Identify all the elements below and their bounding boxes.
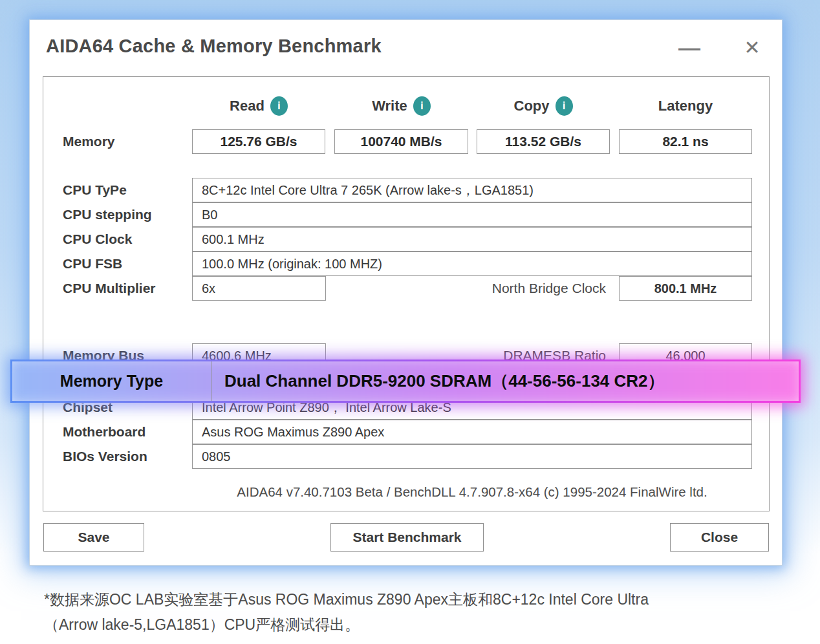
latency-header-label: Latengy <box>658 98 713 114</box>
cpu-type-label: CPU TyPe <box>63 178 127 202</box>
cpu-clock-row: CPU Clock 600.1 MHz <box>43 227 769 252</box>
column-header-row: Read i Write i Copy i Latengy <box>43 94 769 118</box>
write-info-icon[interactable]: i <box>413 96 431 116</box>
cpu-multiplier-label: CPU Multiplier <box>63 276 156 301</box>
cpu-stepping-field: B0 <box>192 202 752 227</box>
minimize-button[interactable]: — <box>675 34 704 60</box>
read-header-label: Read <box>230 98 264 114</box>
column-header-read: Read i <box>192 94 325 118</box>
memory-type-highlight: Memory Type Dual Channel DDR5-9200 SDRAM… <box>10 360 801 403</box>
memory-type-label: Memory Type <box>12 361 211 401</box>
cpu-clock-value: 600.1 MHz <box>202 232 264 247</box>
memory-row-label: Memory <box>63 129 115 154</box>
start-benchmark-button[interactable]: Start Benchmark <box>330 523 484 552</box>
close-icon: ✕ <box>744 36 760 59</box>
cpu-stepping-label: CPU stepping <box>63 202 152 227</box>
memory-latency-text: 82.1 ns <box>662 134 708 149</box>
column-header-copy: Copy i <box>477 94 610 118</box>
column-header-latency: Latengy <box>619 94 752 118</box>
window-title: AIDA64 Cache & Memory Benchmark <box>46 36 382 57</box>
motherboard-value: Asus ROG Maximus Z890 Apex <box>202 425 384 440</box>
memory-results-row: Memory 125.76 GB/s 100740 MB/s 113.52 GB… <box>43 129 769 154</box>
save-button[interactable]: Save <box>43 523 144 552</box>
motherboard-row: Motherboard Asus ROG Maximus Z890 Apex <box>43 420 769 444</box>
cpu-fsb-row: CPU FSB 100.0 MHz (originak: 100 MHZ) <box>43 252 769 276</box>
cpu-clock-label: CPU Clock <box>63 227 132 252</box>
footnote-line-2: （Arrow lake-5,LGA1851）CPU严格测试得出。 <box>44 612 649 638</box>
close-button-bottom[interactable]: Close <box>670 523 769 552</box>
footnote: *数据来源OC LAB实验室基于Asus ROG Maximus Z890 Ap… <box>44 587 649 638</box>
benchmark-panel: Read i Write i Copy i Latengy Memory 125… <box>43 76 770 511</box>
motherboard-field: Asus ROG Maximus Z890 Apex <box>192 420 752 444</box>
memory-write-text: 100740 MB/s <box>360 134 442 149</box>
motherboard-label: Motherboard <box>63 420 146 444</box>
cpu-type-field: 8C+12c Intel Core Ultra 7 265K (Arrow la… <box>192 178 752 202</box>
cpu-multiplier-row: CPU Multiplier 6x North Bridge Clock 800… <box>43 276 769 301</box>
copy-header-label: Copy <box>514 98 550 114</box>
copy-info-icon[interactable]: i <box>556 96 573 116</box>
write-header-label: Write <box>372 98 407 114</box>
column-header-write: Write i <box>334 94 468 118</box>
memory-read-value: 125.76 GB/s <box>192 129 325 154</box>
bios-version-row: BIOs Version 0805 <box>43 444 769 469</box>
cpu-fsb-field: 100.0 MHz (originak: 100 MHZ) <box>192 252 752 276</box>
aida64-benchmark-window: AIDA64 Cache & Memory Benchmark — ✕ Read… <box>29 19 782 566</box>
bios-version-field: 0805 <box>192 444 752 469</box>
cpu-multiplier-field: 6x <box>192 276 326 301</box>
read-info-icon[interactable]: i <box>270 96 288 116</box>
bios-version-label: BIOs Version <box>63 444 147 469</box>
cpu-fsb-value: 100.0 MHz (originak: 100 MHZ) <box>202 257 382 272</box>
cpu-type-row: CPU TyPe 8C+12c Intel Core Ultra 7 265K … <box>43 178 769 202</box>
memory-copy-value: 113.52 GB/s <box>477 129 610 154</box>
north-bridge-clock-value: 800.1 MHz <box>654 281 717 296</box>
bios-version-value: 0805 <box>202 449 231 464</box>
start-benchmark-label: Start Benchmark <box>352 530 461 545</box>
footnote-line-1: *数据来源OC LAB实验室基于Asus ROG Maximus Z890 Ap… <box>44 587 649 612</box>
cpu-clock-field: 600.1 MHz <box>192 227 752 252</box>
save-button-label: Save <box>78 530 109 545</box>
cpu-type-value: 8C+12c Intel Core Ultra 7 265K (Arrow la… <box>202 182 534 199</box>
memory-copy-text: 113.52 GB/s <box>505 134 581 149</box>
memory-read-text: 125.76 GB/s <box>220 134 297 149</box>
cpu-stepping-row: CPU stepping B0 <box>43 202 769 227</box>
memory-write-value: 100740 MB/s <box>334 129 468 154</box>
cpu-stepping-value: B0 <box>202 208 217 222</box>
version-text: AIDA64 v7.40.7103 Beta / BenchDLL 4.7.90… <box>192 484 752 500</box>
cpu-fsb-label: CPU FSB <box>63 252 122 276</box>
minimize-icon: — <box>678 35 700 60</box>
memory-latency-value: 82.1 ns <box>619 129 752 154</box>
north-bridge-clock-field: 800.1 MHz <box>619 276 752 301</box>
cpu-multiplier-value: 6x <box>202 281 215 296</box>
north-bridge-clock-label: North Bridge Clock <box>367 276 606 301</box>
memory-type-value: Dual Channel DDR5-9200 SDRAM（44-56-56-13… <box>211 361 799 401</box>
close-button-label: Close <box>701 530 738 545</box>
close-button[interactable]: ✕ <box>738 34 766 60</box>
